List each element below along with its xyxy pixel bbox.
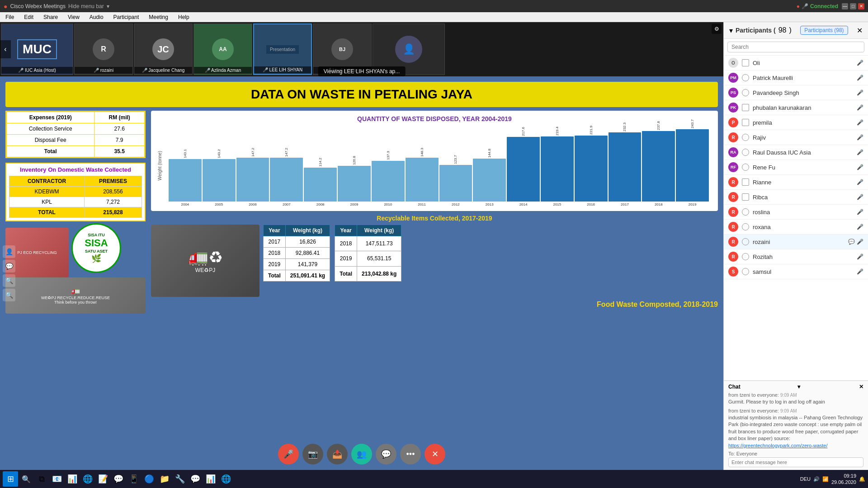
bar bbox=[406, 158, 439, 202]
taskbar-app-browser[interactable]: 🌐 bbox=[219, 472, 233, 486]
chat-participant-icon[interactable]: 💬 bbox=[848, 239, 855, 245]
search-button[interactable]: 🔍 bbox=[20, 473, 33, 485]
inv-row-1-1: 7,272 bbox=[85, 197, 142, 207]
controls-bar: 🎤 📷 📤 👥 💬 ••• ✕ bbox=[278, 444, 445, 465]
taskbar-app-chrome[interactable]: 🔵 bbox=[142, 472, 156, 486]
clock-display: 09:19 29.06.2020 bbox=[831, 473, 856, 486]
end-button[interactable]: ✕ bbox=[425, 444, 445, 465]
notification-icon[interactable]: 🔔 bbox=[859, 476, 865, 482]
recyclable-table-2: Year Weight (kg) 2018147,511.73 201965,5… bbox=[335, 225, 401, 282]
presentation-area: 👤 💬 🔍 🔍 DATA ON WASTE IN PETALING JAYA bbox=[0, 76, 723, 470]
chat-collapse-icon[interactable]: ▾ bbox=[797, 384, 800, 390]
rt1-header-1: Weight (kg) bbox=[285, 225, 330, 236]
mute-button[interactable]: 🎤 bbox=[278, 444, 299, 465]
bar-wrapper: 243.72019 bbox=[676, 119, 709, 206]
nav-zoom-out-icon[interactable]: 🔍 bbox=[3, 289, 15, 301]
mic-icon: 🎤 bbox=[857, 104, 863, 111]
menu-view[interactable]: View bbox=[66, 13, 81, 21]
avatar: R bbox=[728, 192, 738, 202]
taskbar-app-taskview[interactable]: ⧉ bbox=[34, 472, 49, 486]
expenses-header-1: RM (mil) bbox=[94, 112, 145, 123]
bar-wrapper: 148.32011 bbox=[406, 148, 439, 206]
menu-share[interactable]: Share bbox=[42, 13, 60, 21]
taskbar-app-app4[interactable]: 🔧 bbox=[173, 472, 187, 486]
mic-icon: 🎤 bbox=[857, 268, 863, 275]
device-icon bbox=[742, 119, 749, 126]
hide-menu-btn[interactable]: Hide menu bar bbox=[68, 3, 104, 9]
taskbar-app-skype[interactable]: 💬 bbox=[188, 472, 203, 486]
thumb-label-azlinda: 🎤 Azlinda Azman bbox=[194, 67, 252, 74]
menu-audio[interactable]: Audio bbox=[88, 13, 105, 21]
search-input[interactable] bbox=[727, 42, 864, 52]
main-layout: ‹ MUC 🎤 IUC Asia (Host) R 🎤 rozaini bbox=[0, 22, 868, 470]
taskbar-app-wechat[interactable]: 💬 bbox=[111, 472, 126, 486]
taskbar-app-ppt[interactable]: 📊 bbox=[203, 472, 218, 486]
list-item: R Rianne 🎤 bbox=[724, 175, 868, 190]
bar-wrapper: 219.42015 bbox=[541, 127, 574, 206]
menu-meeting[interactable]: Meeting bbox=[147, 13, 170, 21]
rt2-r0-c1: 147,511.73 bbox=[357, 236, 401, 251]
left-panel: Expenses (2019) RM (mil) Collection Serv… bbox=[5, 111, 146, 465]
bar-value-label: 217.6 bbox=[521, 127, 525, 136]
chat-input[interactable] bbox=[728, 457, 863, 467]
rt1-r1-c0: 2018 bbox=[264, 248, 286, 259]
nav-zoom-in-icon[interactable]: 🔍 bbox=[3, 274, 15, 287]
bar bbox=[372, 161, 405, 202]
inv-row-1-0: KPL bbox=[9, 197, 85, 207]
collapse-icon[interactable]: ▾ bbox=[729, 26, 733, 35]
participants-list: O Oli 🎤 PM Patrick Maurelli 🎤 PS Pavande… bbox=[724, 56, 868, 380]
more-button[interactable]: ••• bbox=[400, 444, 421, 465]
close-button[interactable]: ✕ bbox=[858, 3, 864, 9]
menu-edit[interactable]: Edit bbox=[22, 13, 35, 21]
scroll-left-btn[interactable]: ‹ bbox=[0, 40, 11, 58]
expenses-row-0-col-0: Collection Service bbox=[7, 123, 94, 135]
participant-name: phubalan karunakaran bbox=[753, 104, 853, 111]
clock-date: 29.06.2020 bbox=[831, 479, 856, 485]
left-images: PJ ECO RECYCLING SISA ITU SISA SATU ASET… bbox=[5, 228, 146, 277]
chat-button[interactable]: 💬 bbox=[376, 444, 396, 465]
menu-file[interactable]: File bbox=[4, 13, 16, 21]
expenses-row-1-col-0: Disposal Fee bbox=[7, 135, 94, 146]
avatar: R bbox=[728, 207, 738, 217]
bar-wrapper: 147.22007 bbox=[270, 148, 303, 206]
taskbar-app-app3[interactable]: 📁 bbox=[157, 472, 172, 486]
list-item: R Ribca 🎤 bbox=[724, 190, 868, 205]
inv-row-2-1: 215,828 bbox=[85, 207, 142, 218]
inv-header-0: CONTRACTOR bbox=[9, 176, 85, 187]
truck-image: 🚛 WE♻PJ RECYCLE.REDUCE.REUSE Think befor… bbox=[5, 277, 146, 314]
menu-help[interactable]: Help bbox=[176, 13, 191, 21]
headset-icon bbox=[742, 89, 749, 96]
video-button[interactable]: 📷 bbox=[302, 444, 323, 465]
nav-people-icon[interactable]: 👤 bbox=[3, 245, 15, 258]
nav-chat-icon[interactable]: 💬 bbox=[3, 260, 15, 272]
taskbar-app-edge[interactable]: 🌐 bbox=[80, 472, 95, 486]
taskbar-app-excel[interactable]: 📊 bbox=[65, 472, 80, 486]
inventory-table: CONTRACTOR PREMISES KDEBWM 208,556 bbox=[9, 176, 142, 218]
avatar: R bbox=[728, 177, 738, 187]
sidebar-title-close: ) bbox=[789, 26, 792, 34]
taskbar-right: DEU 🔊 📶 09:19 29.06.2020 🔔 bbox=[800, 473, 865, 486]
maximize-button[interactable]: □ bbox=[850, 3, 856, 9]
bar bbox=[473, 159, 506, 202]
taskbar-app-mail[interactable]: 📧 bbox=[50, 472, 64, 486]
participants-button[interactable]: 👥 bbox=[351, 444, 372, 465]
start-button[interactable]: ⊞ bbox=[3, 471, 18, 487]
taskbar-app-word[interactable]: 📝 bbox=[96, 472, 110, 486]
sidebar-close-icon[interactable]: ✕ bbox=[857, 26, 863, 35]
list-item: PK phubalan karunakaran 🎤 bbox=[724, 100, 868, 115]
rt2-header-0: Year bbox=[335, 225, 357, 236]
minimize-button[interactable]: — bbox=[842, 3, 848, 9]
sidebar-header: ▾ Participants (98) Participants (98) ✕ bbox=[724, 22, 868, 39]
menu-participant[interactable]: Participant bbox=[112, 13, 141, 21]
chat-link[interactable]: https://greentechnologypark.com/zero-was… bbox=[728, 443, 828, 448]
settings-icon[interactable]: ⚙ bbox=[712, 24, 722, 34]
headset-icon bbox=[742, 74, 749, 81]
mic-icon: 🎤 bbox=[857, 149, 863, 155]
share-button[interactable]: 📤 bbox=[327, 444, 348, 465]
chat-close-icon[interactable]: ✕ bbox=[859, 384, 863, 390]
taskbar-app-app2[interactable]: 📱 bbox=[127, 472, 141, 486]
mute-participant-icon[interactable]: 🎤 bbox=[857, 239, 863, 245]
list-item: PM Patrick Maurelli 🎤 bbox=[724, 70, 868, 85]
bar-chart-container: 143.12004143.22005147.22006147.22007114.… bbox=[164, 125, 713, 206]
rt2-r2-c0: Total bbox=[335, 266, 357, 281]
